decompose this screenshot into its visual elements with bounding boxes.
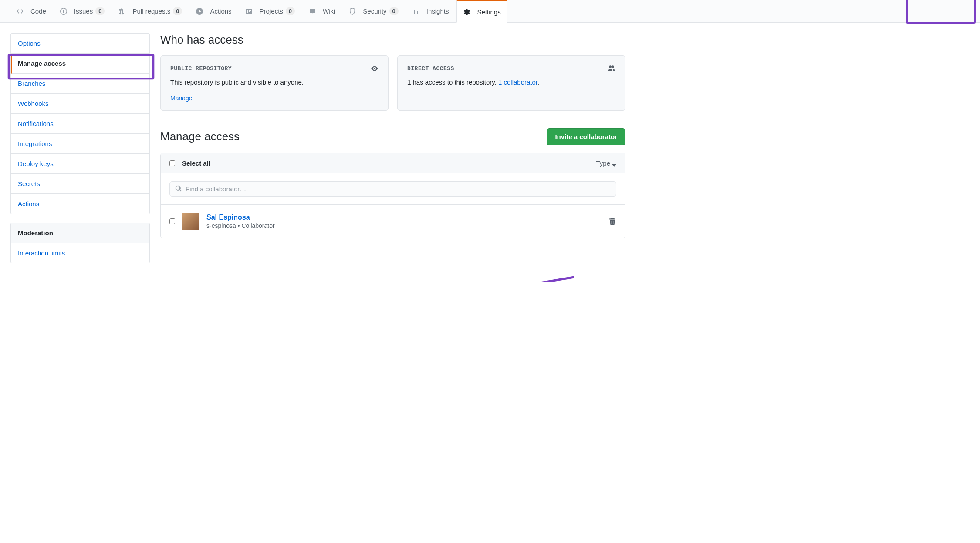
sidebar-item-label: Integrations [18, 140, 52, 147]
collaborator-role: Collaborator [241, 222, 274, 229]
public-repo-heading: PUBLIC REPOSITORY [170, 65, 232, 72]
collaborator-subline: s-espinosa • Collaborator [206, 222, 602, 229]
collaborator-search-box [169, 181, 616, 197]
tab-insights[interactable]: Insights [406, 0, 455, 23]
avatar [182, 213, 199, 230]
graph-icon [412, 7, 423, 15]
sidebar-item-label: Interaction limits [18, 249, 65, 257]
tab-actions[interactable]: Actions [190, 0, 237, 23]
invite-collaborator-button[interactable]: Invite a collaborator [547, 128, 625, 145]
sidebar-item-options[interactable]: Options [11, 34, 149, 54]
sidebar-item-integrations[interactable]: Integrations [11, 134, 149, 154]
type-filter-dropdown[interactable]: Type [596, 160, 616, 167]
collaborator-row: Sal Espinosa s-espinosa • Collaborator [161, 205, 625, 238]
collaborator-username: s-espinosa [206, 222, 236, 229]
moderation-heading: Moderation [11, 223, 149, 243]
sidebar-item-label: Options [18, 40, 41, 47]
annotation-settings-highlight [906, 0, 976, 24]
tab-label: Insights [426, 7, 449, 15]
settings-menu: Options Manage access Branches Webhooks … [10, 33, 150, 214]
select-all-checkbox[interactable] [169, 160, 175, 166]
direct-access-period: . [537, 78, 539, 86]
sidebar-item-webhooks[interactable]: Webhooks [11, 94, 149, 114]
sidebar-item-actions[interactable]: Actions [11, 194, 149, 214]
sidebar-item-label: Secrets [18, 180, 40, 187]
direct-access-text: 1 has access to this repository. 1 colla… [407, 78, 615, 88]
collaborator-info: Sal Espinosa s-espinosa • Collaborator [206, 214, 602, 229]
pulls-count: 0 [173, 7, 182, 15]
search-icon [175, 185, 182, 192]
settings-sidebar: Options Manage access Branches Webhooks … [10, 33, 150, 272]
tab-label: Projects [260, 7, 283, 15]
sidebar-item-secrets[interactable]: Secrets [11, 174, 149, 194]
tab-label: Code [30, 7, 46, 15]
collaborator-search-input[interactable] [186, 185, 611, 193]
sidebar-item-label: Actions [18, 200, 39, 207]
manage-access-header: Manage access Invite a collaborator [160, 128, 625, 145]
collaborator-count-link[interactable]: 1 collaborator [498, 78, 537, 86]
gear-icon [463, 8, 473, 16]
tab-security[interactable]: Security 0 [343, 0, 404, 23]
play-icon [196, 7, 206, 15]
tab-settings[interactable]: Settings [456, 0, 507, 23]
tab-label: Security [363, 7, 386, 15]
caret-down-icon [612, 160, 616, 167]
tab-projects[interactable]: Projects 0 [240, 0, 301, 23]
tab-label: Settings [477, 8, 500, 16]
moderation-menu: Moderation Interaction limits [10, 223, 150, 263]
select-all-label: Select all [182, 160, 210, 167]
collaborator-list: Select all Type [160, 153, 625, 238]
sidebar-item-label: Manage access [18, 60, 66, 67]
remove-collaborator-button[interactable] [608, 217, 616, 225]
shield-icon [349, 7, 359, 15]
git-pull-request-icon [118, 7, 129, 15]
tab-wiki[interactable]: Wiki [303, 0, 341, 23]
main-content: Who has access PUBLIC REPOSITORY This re… [160, 33, 625, 272]
collaborator-separator: • [236, 222, 242, 229]
collaborator-name-link[interactable]: Sal Espinosa [206, 214, 250, 221]
direct-access-box: DIRECT ACCESS 1 has access to this repos… [397, 55, 625, 111]
public-repo-manage-link[interactable]: Manage [170, 95, 193, 102]
direct-access-text-rest: has access to this repository. [411, 78, 498, 86]
issues-count: 0 [95, 7, 105, 15]
tab-label: Issues [74, 7, 93, 15]
projects-count: 0 [286, 7, 295, 15]
tab-label: Wiki [323, 7, 335, 15]
eye-icon [371, 64, 378, 72]
security-count: 0 [389, 7, 399, 15]
who-has-access-title: Who has access [160, 33, 625, 47]
tab-pulls[interactable]: Pull requests 0 [112, 0, 188, 23]
direct-access-heading: DIRECT ACCESS [407, 65, 454, 72]
sidebar-item-branches[interactable]: Branches [11, 74, 149, 94]
project-icon [246, 7, 256, 15]
sidebar-item-label: Deploy keys [18, 160, 54, 167]
sidebar-item-label: Branches [18, 80, 45, 87]
annotation-arrow [330, 273, 578, 282]
tab-code[interactable]: Code [10, 0, 52, 23]
book-icon [309, 7, 319, 15]
code-icon [17, 7, 27, 15]
public-repo-text: This repository is public and visible to… [170, 78, 378, 88]
sidebar-item-interaction-limits[interactable]: Interaction limits [11, 243, 149, 263]
public-repo-box: PUBLIC REPOSITORY This repository is pub… [160, 55, 389, 111]
sidebar-item-label: Webhooks [18, 100, 49, 107]
sidebar-item-label: Notifications [18, 120, 54, 127]
tab-label: Pull requests [132, 7, 170, 15]
svg-line-0 [339, 277, 574, 282]
manage-access-title: Manage access [160, 130, 240, 143]
repo-tabs: Code Issues 0 Pull requests 0 Actions Pr… [0, 0, 980, 23]
issue-icon [60, 7, 71, 15]
sidebar-item-deploy-keys[interactable]: Deploy keys [11, 154, 149, 174]
tab-label: Actions [210, 7, 231, 15]
trash-icon [608, 217, 616, 225]
collaborator-list-header: Select all Type [161, 153, 625, 173]
sidebar-item-manage-access[interactable]: Manage access [11, 54, 149, 74]
type-filter-label: Type [596, 160, 610, 167]
access-summary-row: PUBLIC REPOSITORY This repository is pub… [160, 55, 625, 111]
collaborator-checkbox[interactable] [169, 218, 175, 224]
collaborator-search-row [161, 173, 625, 205]
people-icon [608, 64, 615, 72]
tab-issues[interactable]: Issues 0 [54, 0, 111, 23]
sidebar-item-notifications[interactable]: Notifications [11, 114, 149, 134]
